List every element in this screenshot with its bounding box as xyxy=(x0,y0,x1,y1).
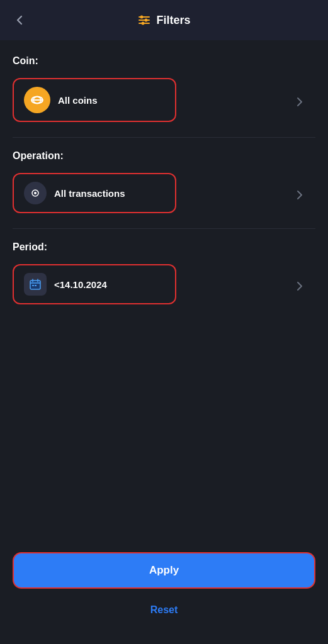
apply-button[interactable]: Apply xyxy=(13,552,315,589)
operation-selector[interactable]: All transactions xyxy=(13,173,176,213)
operation-section: Operation: All transactions xyxy=(13,150,315,222)
coin-section-label: Coin: xyxy=(13,55,315,67)
operation-selected-label: All transactions xyxy=(54,188,125,199)
period-filter-row: <14.10.2024 xyxy=(13,262,315,313)
svg-rect-14 xyxy=(32,285,34,286)
header: Filters xyxy=(0,0,328,40)
calendar-icon xyxy=(24,273,47,296)
operation-icon xyxy=(24,182,47,204)
reset-button[interactable]: Reset xyxy=(13,596,315,624)
operation-section-label: Operation: xyxy=(13,150,315,162)
coin-chevron-icon xyxy=(297,97,303,109)
svg-point-3 xyxy=(140,16,144,19)
page-title: Filters xyxy=(156,14,190,27)
period-section: Period: <14.10.2024 xyxy=(13,242,315,313)
operation-filter-row: All transactions xyxy=(13,170,315,222)
bottom-area: Apply Reset xyxy=(0,542,328,644)
divider-1 xyxy=(13,137,315,138)
coin-section: Coin: All coins xyxy=(13,55,315,131)
svg-rect-8 xyxy=(34,192,37,194)
period-selector-inner: <14.10.2024 xyxy=(24,273,107,296)
svg-point-4 xyxy=(145,19,148,22)
coin-filter-row: All coins xyxy=(13,75,315,131)
period-selector[interactable]: <14.10.2024 xyxy=(13,264,176,304)
content-area: Coin: All coins xyxy=(0,40,328,335)
filter-icon xyxy=(137,13,151,27)
svg-rect-15 xyxy=(35,285,37,286)
coin-selected-label: All coins xyxy=(58,95,98,106)
coin-selector[interactable]: All coins xyxy=(13,78,176,122)
coin-icon xyxy=(24,87,50,113)
operation-chevron-icon xyxy=(297,190,303,203)
svg-point-5 xyxy=(142,22,145,25)
operation-selector-inner: All transactions xyxy=(24,182,125,204)
back-button[interactable] xyxy=(13,13,26,27)
header-title-group: Filters xyxy=(137,13,190,27)
coin-selector-inner: All coins xyxy=(24,87,98,113)
period-section-label: Period: xyxy=(13,242,315,253)
divider-2 xyxy=(13,228,315,229)
period-selected-label: <14.10.2024 xyxy=(54,279,107,290)
period-chevron-icon xyxy=(297,281,303,294)
